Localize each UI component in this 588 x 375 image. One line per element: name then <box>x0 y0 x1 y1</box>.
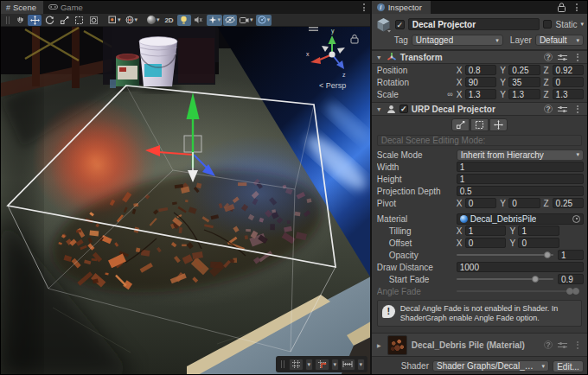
edit-scale-button[interactable] <box>451 118 470 131</box>
pivot-z-field[interactable]: 0.25 <box>553 198 584 208</box>
scene-3d-view[interactable]: y x z < Persp <box>1 14 370 375</box>
shader-edit-button[interactable]: Edit... <box>553 360 584 372</box>
axis-label-x: x <box>306 51 310 57</box>
2d-toggle-button[interactable]: 2D <box>163 15 176 26</box>
height-field[interactable]: 1 <box>457 174 584 184</box>
component-menu-icon[interactable] <box>577 341 579 349</box>
move-tool-button[interactable] <box>28 15 42 26</box>
grid-snapping-button[interactable] <box>289 359 304 371</box>
position-x-field[interactable]: 0.8 <box>465 65 496 75</box>
scene-visibility-toggle[interactable] <box>223 15 237 26</box>
angle-fade-warning: ! Decal Angle Fade is not enabled in Sha… <box>377 300 582 327</box>
rotation-x-field[interactable]: 90 <box>465 77 496 87</box>
camera-settings-dropdown[interactable]: ▾ <box>238 15 255 26</box>
foldout-icon[interactable]: ▼ <box>375 106 383 112</box>
material-object-field[interactable]: Decal_DebrisPile <box>457 213 584 225</box>
presets-icon[interactable] <box>558 105 567 113</box>
material-row: Material Decal_DebrisPile <box>377 213 584 224</box>
transform-tool-button[interactable] <box>86 15 100 26</box>
inspector-menu-icon[interactable] <box>576 3 578 11</box>
tab-scene[interactable]: # Scene <box>1 1 43 14</box>
decal-projector-header[interactable]: ▼ ✓ URP Decal Projector ? <box>372 102 587 116</box>
offset-y-field[interactable]: 0 <box>518 238 559 248</box>
rotation-y-field[interactable]: 35 <box>508 77 540 87</box>
tab-game[interactable]: Game <box>43 1 90 14</box>
object-picker-icon[interactable] <box>572 215 580 223</box>
edit-crop-button[interactable] <box>470 118 489 131</box>
component-enabled-checkbox[interactable]: ✓ <box>399 105 408 113</box>
rotation-z-field[interactable]: 0 <box>553 77 584 87</box>
opacity-field[interactable]: 1 <box>558 250 584 260</box>
start-fade-slider[interactable] <box>457 274 553 284</box>
increment-snap-button[interactable] <box>341 359 355 371</box>
material-inspector-header[interactable]: ▶ Decal_Debris Pile (Material) ? <box>372 333 587 357</box>
increment-snap-dropdown[interactable]: ▾ <box>357 359 365 371</box>
persp-label[interactable]: < Persp <box>319 81 346 90</box>
scale-x-field[interactable]: 1.3 <box>465 89 496 99</box>
tilling-y-field[interactable]: 1 <box>518 226 559 236</box>
effects-dropdown-button[interactable]: ▾ <box>207 15 223 26</box>
component-menu-icon[interactable] <box>577 54 579 61</box>
width-field[interactable]: 1 <box>457 162 584 172</box>
shader-dropdown[interactable]: Shader Graphs/Decal_HeightMask▾ <box>432 360 549 372</box>
static-checkbox[interactable] <box>543 20 552 29</box>
help-icon[interactable]: ? <box>544 340 553 349</box>
inspector-tab-bar: i Inspector <box>372 1 587 14</box>
scene-viewport[interactable]: ▾ ▾ ▾ 2D <box>1 14 370 375</box>
draw-mode-dropdown[interactable]: ▾ <box>145 15 162 26</box>
material-thumbnail[interactable] <box>387 335 407 355</box>
edit-pivot-button[interactable] <box>489 118 508 131</box>
tab-inspector[interactable]: i Inspector <box>372 1 431 14</box>
tag-label: Tag <box>394 35 408 45</box>
pivot-x-field[interactable]: 0 <box>465 198 496 208</box>
component-menu-icon[interactable] <box>577 105 579 113</box>
gizmos-dropdown-button[interactable]: ▾ <box>256 15 272 26</box>
toolbar-grip[interactable] <box>6 16 10 24</box>
scene-grid-icon: # <box>6 3 10 12</box>
scale-z-field[interactable]: 1.3 <box>553 89 584 99</box>
gameobject-name-field[interactable]: Decal Projector <box>408 18 540 30</box>
gameobject-cube-icon[interactable] <box>375 16 392 33</box>
projection-depth-field[interactable]: 0.5 <box>457 186 584 196</box>
static-dropdown-arrow[interactable]: ▾ <box>580 21 584 28</box>
rect-tool-button[interactable] <box>72 15 86 26</box>
move-snap-button[interactable] <box>315 359 329 371</box>
scale-y-field[interactable]: 1.3 <box>508 89 540 99</box>
hand-tool-button[interactable] <box>13 15 27 26</box>
offset-x-field[interactable]: 0 <box>465 238 507 248</box>
scale-mode-dropdown[interactable]: Inherit from Hierarchy▾ <box>457 149 584 161</box>
audio-toggle-button[interactable] <box>192 15 206 26</box>
gameobject-active-checkbox[interactable]: ✓ <box>395 20 405 29</box>
tag-dropdown[interactable]: Untagged▾ <box>412 35 503 46</box>
grid-snapping-dropdown[interactable]: ▾ <box>305 359 313 371</box>
pivot-y-field[interactable]: 0 <box>508 198 540 208</box>
presets-icon[interactable] <box>558 54 567 61</box>
lighting-toggle-button[interactable] <box>177 15 191 26</box>
opacity-slider[interactable] <box>457 250 553 260</box>
help-icon[interactable]: ? <box>544 105 553 113</box>
foldout-icon[interactable]: ▶ <box>375 342 383 348</box>
tilling-x-field[interactable]: 1 <box>465 226 507 236</box>
rotate-tool-button[interactable] <box>42 15 56 26</box>
scale-mode-row: Scale Mode Inherit from Hierarchy▾ <box>377 149 584 160</box>
lock-icon[interactable] <box>558 3 566 12</box>
move-snap-dropdown[interactable]: ▾ <box>331 359 339 371</box>
layer-dropdown[interactable]: Default▾ <box>535 35 584 46</box>
foldout-icon[interactable]: ▼ <box>375 54 383 60</box>
tool-handle-rotation-dropdown[interactable]: ▾ <box>124 15 140 26</box>
tool-handle-pivot-dropdown[interactable]: ▾ <box>106 15 123 26</box>
position-z-field[interactable]: 0.92 <box>553 65 584 75</box>
scale-tool-button[interactable] <box>57 15 71 26</box>
help-icon[interactable]: ? <box>544 53 553 61</box>
scale-link-icon[interactable]: ∞ <box>447 90 452 99</box>
presets-icon[interactable] <box>558 341 567 349</box>
scene-panel-menu-icon[interactable] <box>363 3 366 11</box>
shaded-sphere-icon <box>147 16 156 24</box>
snap-toolbar-grip[interactable] <box>281 360 284 368</box>
warning-icon: ! <box>382 305 395 318</box>
start-fade-field[interactable]: 0.9 <box>558 274 584 284</box>
draw-distance-field[interactable]: 1000 <box>457 262 584 272</box>
start-fade-row: Start Fade 0.9 <box>377 274 584 284</box>
position-y-field[interactable]: 0.25 <box>508 65 540 75</box>
transform-header[interactable]: ▼ Transform ? <box>372 50 587 64</box>
